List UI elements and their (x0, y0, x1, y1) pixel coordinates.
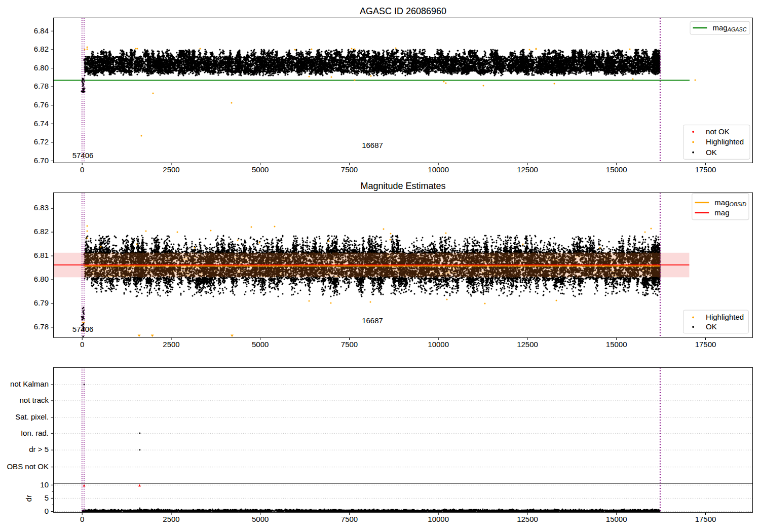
svg-text:0: 0 (80, 165, 84, 174)
svg-text:5000: 5000 (252, 515, 269, 523)
svg-text:6.74: 6.74 (34, 119, 49, 128)
svg-text:OBS not OK: OBS not OK (7, 462, 49, 471)
svg-text:AGASC ID 26086960: AGASC ID 26086960 (360, 6, 446, 16)
svg-text:10000: 10000 (428, 515, 449, 523)
svg-text:17500: 17500 (695, 165, 716, 174)
svg-text:7500: 7500 (341, 515, 358, 523)
svg-text:12500: 12500 (517, 515, 538, 523)
svg-text:6.78: 6.78 (34, 82, 49, 90)
svg-text:Sat. pixel.: Sat. pixel. (15, 412, 49, 421)
svg-text:mag: mag (714, 208, 729, 217)
svg-text:Highlighted: Highlighted (706, 137, 744, 146)
svg-text:57406: 57406 (72, 151, 94, 160)
svg-text:12500: 12500 (517, 340, 538, 349)
svg-text:0: 0 (45, 507, 49, 515)
svg-text:15000: 15000 (606, 165, 627, 174)
svg-text:16687: 16687 (362, 141, 383, 149)
svg-text:10000: 10000 (428, 165, 449, 174)
svg-text:0: 0 (80, 340, 84, 349)
svg-text:Magnitude Estimates: Magnitude Estimates (360, 181, 445, 191)
svg-text:0: 0 (80, 515, 84, 523)
svg-text:6.80: 6.80 (34, 275, 49, 283)
svg-text:10: 10 (40, 480, 49, 489)
svg-text:dr: dr (24, 495, 33, 502)
svg-text:dr > 5: dr > 5 (29, 445, 49, 453)
svg-text:6.83: 6.83 (34, 203, 49, 212)
svg-text:7500: 7500 (341, 340, 358, 349)
svg-text:6.80: 6.80 (34, 63, 49, 72)
svg-text:OK: OK (706, 148, 717, 157)
svg-text:16687: 16687 (362, 316, 383, 325)
svg-text:12500: 12500 (517, 165, 538, 174)
svg-text:6.72: 6.72 (34, 137, 49, 146)
svg-text:5000: 5000 (252, 165, 269, 174)
svg-text:7500: 7500 (341, 165, 358, 174)
svg-text:2500: 2500 (163, 340, 179, 349)
svg-text:6.70: 6.70 (34, 156, 49, 165)
svg-text:10000: 10000 (428, 340, 449, 349)
svg-text:2500: 2500 (163, 165, 179, 174)
svg-text:not Kalman: not Kalman (10, 379, 49, 388)
svg-text:OK: OK (706, 322, 717, 331)
svg-text:5000: 5000 (252, 340, 269, 349)
svg-text:2500: 2500 (163, 515, 179, 523)
svg-text:Highlighted: Highlighted (706, 313, 744, 321)
svg-text:Ion. rad.: Ion. rad. (21, 429, 49, 437)
svg-text:6.81: 6.81 (34, 251, 49, 259)
svg-text:not track: not track (19, 396, 49, 404)
svg-text:15000: 15000 (606, 340, 627, 349)
svg-text:not OK: not OK (706, 127, 730, 136)
svg-text:6.82: 6.82 (34, 45, 49, 53)
svg-text:5: 5 (45, 493, 49, 502)
svg-text:15000: 15000 (606, 515, 627, 523)
svg-text:17500: 17500 (695, 515, 716, 523)
svg-text:57406: 57406 (72, 325, 94, 333)
svg-text:6.76: 6.76 (34, 100, 49, 109)
svg-text:6.79: 6.79 (34, 298, 49, 307)
svg-text:6.82: 6.82 (34, 227, 49, 236)
svg-text:6.84: 6.84 (34, 26, 49, 35)
svg-text:6.78: 6.78 (34, 322, 49, 331)
svg-text:17500: 17500 (695, 340, 716, 349)
